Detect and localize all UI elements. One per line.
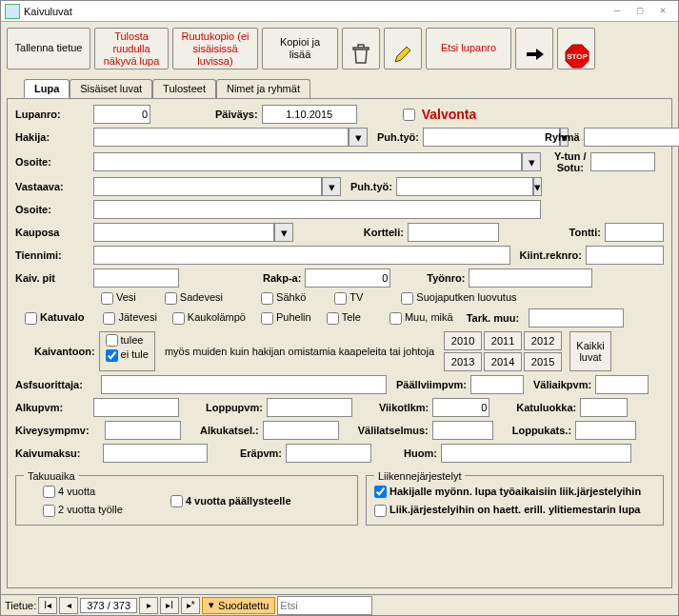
opt-eitulee[interactable]: ei tule — [106, 348, 149, 362]
valiaikpvm-field[interactable] — [595, 375, 649, 394]
tarkmuu-field[interactable] — [529, 308, 624, 328]
kauposa-field[interactable] — [93, 223, 274, 242]
kauposa-dropdown[interactable]: ▾ — [274, 223, 293, 242]
nav-first[interactable]: I◂ — [38, 597, 57, 614]
loppupvm-field[interactable] — [267, 398, 352, 417]
alkupvm-field[interactable] — [93, 398, 179, 417]
cb-vesi[interactable]: Vesi — [101, 291, 136, 305]
puhtyo2-dropdown[interactable]: ▾ — [533, 177, 542, 196]
puhtyo1-label: Puh.työ: — [377, 131, 419, 143]
search-field[interactable] — [277, 596, 372, 615]
filter-chip[interactable]: ▾ Suodatettu — [202, 597, 275, 614]
osoite1-dropdown[interactable]: ▾ — [522, 152, 541, 171]
takuuaika-legend: Takuuaika — [24, 470, 79, 482]
cb-puhelin[interactable]: Puhelin — [261, 311, 311, 325]
tab-tulosteet[interactable]: Tulosteet — [152, 79, 216, 98]
kortteli-field[interactable] — [408, 223, 499, 242]
edit-button[interactable] — [384, 28, 422, 70]
cb-liik2[interactable]: Liik.järjestelyihin on haett. erill. yli… — [374, 504, 655, 517]
cb-4vuotta[interactable]: 4 vuotta — [43, 486, 123, 499]
copy-add-button[interactable]: Kopioi ja lisää — [262, 28, 338, 70]
all-permits-button[interactable]: Kaikki luvat — [569, 331, 611, 371]
huom-field[interactable] — [441, 444, 631, 463]
app-icon — [5, 4, 20, 19]
kiveys-field[interactable] — [105, 421, 181, 440]
asf-field[interactable] — [101, 375, 387, 394]
nav-last[interactable]: ▸I — [160, 597, 179, 614]
year-2014[interactable]: 2014 — [484, 352, 522, 371]
kiint-label: Kiint.reknro: — [520, 249, 582, 261]
tab-lupa[interactable]: Lupa — [24, 79, 70, 98]
paivays-field[interactable] — [262, 105, 357, 124]
maximize-button[interactable]: ▢ — [629, 4, 651, 19]
puhtyo2-label: Puh.työ: — [350, 181, 392, 192]
nav-new[interactable]: ▸* — [181, 597, 200, 614]
year-2015[interactable]: 2015 — [524, 352, 562, 371]
kaivumaksu-field[interactable] — [103, 444, 208, 463]
cb-2vuotta[interactable]: 2 vuotta työlle — [43, 504, 123, 517]
kiint-field[interactable] — [586, 246, 664, 265]
delete-button[interactable] — [342, 28, 380, 70]
ytun-field[interactable] — [590, 152, 655, 171]
viikotlkm-field[interactable] — [432, 398, 489, 417]
kauposa-label: Kauposa — [15, 227, 90, 238]
titlebar: Kaivuluvat — ▢ ✕ — [1, 1, 678, 22]
year-2013[interactable]: 2013 — [444, 352, 482, 371]
valvonta-checkbox[interactable] — [403, 109, 415, 121]
cb-liik1[interactable]: Hakijalle myönn. lupa työaikaisiin liik.… — [374, 486, 655, 499]
hakija-field[interactable] — [93, 128, 349, 147]
cb-4vuotta-paall[interactable]: 4 vuotta päällysteelle — [170, 495, 291, 508]
rakpa-field[interactable] — [305, 268, 390, 288]
valilatselmus-field[interactable] — [432, 421, 493, 440]
close-button[interactable]: ✕ — [651, 4, 674, 19]
vastaava-field[interactable] — [93, 177, 322, 196]
puhtyo2-field[interactable] — [396, 177, 533, 196]
cb-suojaputken[interactable]: Suojaputken luovutus — [401, 291, 516, 305]
osoite2-field[interactable] — [93, 200, 541, 219]
tab-nimet[interactable]: Nimet ja ryhmät — [216, 79, 310, 98]
search-permit-button[interactable]: Etsi lupanro — [426, 28, 511, 70]
screenshot-button[interactable]: Ruutukopio (ei sisäisissä luvissa) — [172, 28, 258, 70]
katuluokka-field[interactable] — [580, 398, 628, 417]
stop-button[interactable]: STOP — [557, 28, 595, 70]
puhtyo1-field[interactable] — [423, 128, 560, 147]
tarkmuu-label: Tark. muu: — [467, 312, 519, 324]
valvonta-label: Valvonta — [422, 107, 477, 122]
cb-jatevesi[interactable]: Jätevesi — [103, 311, 156, 325]
next-button[interactable] — [515, 28, 553, 70]
cb-katuvalo[interactable]: Katuvalo — [25, 311, 84, 325]
opt-tulee[interactable]: tulee — [106, 334, 149, 348]
year-2012[interactable]: 2012 — [524, 331, 562, 350]
ryhma-field[interactable] — [584, 128, 679, 147]
nav-next[interactable]: ▸ — [139, 597, 158, 614]
alkukatsel-field[interactable] — [263, 421, 339, 440]
cb-tv[interactable]: TV — [334, 291, 363, 305]
minimize-button[interactable]: — — [606, 4, 629, 19]
save-button[interactable]: Tallenna tietue — [7, 28, 90, 70]
loppukats-field[interactable] — [575, 421, 636, 440]
tab-sisaiset[interactable]: Sisäiset luvat — [70, 79, 152, 98]
cb-sahko[interactable]: Sähkö — [261, 291, 306, 305]
cb-tele[interactable]: Tele — [327, 311, 361, 325]
paallviimpvm-label: Päällviimpvm: — [396, 379, 467, 390]
tontti-field[interactable] — [605, 223, 664, 242]
trash-icon — [349, 43, 372, 66]
nav-prev[interactable]: ◂ — [59, 597, 78, 614]
year-2011[interactable]: 2011 — [484, 331, 522, 350]
tiennimi-field[interactable] — [93, 246, 510, 265]
lupanro-field[interactable] — [93, 105, 150, 124]
kortteli-label: Kortteli: — [364, 227, 404, 238]
year-2010[interactable]: 2010 — [444, 331, 482, 350]
print-visible-button[interactable]: Tulosta ruudulla näkyvä lupa — [94, 28, 169, 70]
osoite1-field[interactable] — [93, 152, 522, 171]
erapvm-field[interactable] — [286, 444, 371, 463]
kaivpit-field[interactable] — [93, 268, 179, 288]
paallviimpvm-field[interactable] — [470, 375, 524, 394]
vastaava-dropdown[interactable]: ▾ — [322, 177, 341, 196]
cb-sadevesi[interactable]: Sadevesi — [165, 291, 223, 305]
valiaikpvm-label: Väliaikpvm: — [533, 379, 591, 390]
hakija-dropdown[interactable]: ▾ — [349, 128, 368, 147]
cb-muu[interactable]: Muu, mikä — [389, 311, 453, 325]
tyonro-field[interactable] — [469, 268, 592, 288]
cb-kaukolampo[interactable]: Kaukolämpö — [172, 311, 246, 325]
